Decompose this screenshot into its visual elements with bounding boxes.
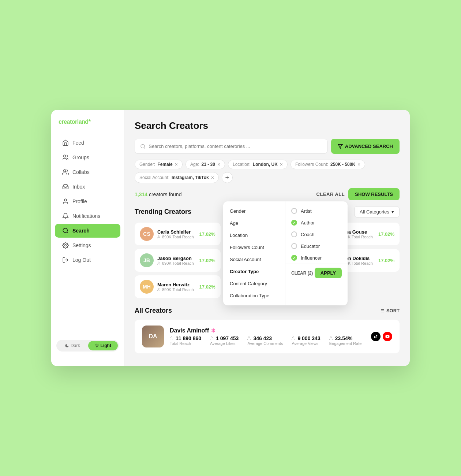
- svg-point-3: [63, 228, 67, 233]
- inbox-icon: [62, 183, 69, 190]
- search-input[interactable]: [149, 139, 322, 153]
- sidebar-item-feed-label: Feed: [72, 140, 84, 146]
- filter-menu-content-category[interactable]: Content Category: [223, 278, 285, 290]
- sidebar-item-logout-label: Log Out: [72, 257, 91, 263]
- sidebar-item-search-label: Search: [72, 228, 90, 234]
- social-platforms: [371, 332, 392, 341]
- clear-selection-button[interactable]: CLEAR (2): [291, 271, 313, 276]
- svg-point-19: [158, 235, 159, 237]
- clear-all-button[interactable]: CLEAR ALL: [316, 191, 345, 197]
- remove-gender-filter[interactable]: ×: [175, 162, 178, 167]
- stat-total-reach: 11 890 860 Total Reach: [170, 335, 201, 346]
- remove-followers-filter[interactable]: ×: [357, 162, 360, 167]
- filter-menu-age[interactable]: Age: [223, 217, 285, 229]
- svg-point-36: [293, 337, 294, 338]
- theme-switcher: Dark Light: [51, 334, 124, 357]
- svg-point-16: [141, 144, 145, 148]
- stat-engagement: 23.54% Engagement Rate: [329, 335, 362, 346]
- svg-point-34: [211, 337, 213, 338]
- filter-tag-location: Location: London, UK ×: [228, 160, 288, 169]
- logo: creatorland*: [51, 119, 124, 135]
- sidebar-item-groups[interactable]: Groups: [55, 150, 120, 164]
- tiktok-svg: [374, 334, 378, 339]
- option-educator[interactable]: Educator: [285, 240, 348, 252]
- sidebar-item-collabs[interactable]: Collabs: [55, 165, 120, 179]
- sort-button[interactable]: SORT: [379, 308, 400, 313]
- sidebar-item-inbox[interactable]: Inbox: [55, 180, 120, 194]
- svg-point-37: [330, 337, 331, 338]
- featured-creator-card[interactable]: DA Davis Aminoff ✻ 11 890 860 Total Reac…: [135, 320, 400, 353]
- checkbox-coach: [291, 231, 297, 237]
- sidebar-item-collabs-label: Collabs: [72, 169, 90, 175]
- svg-marker-18: [338, 144, 342, 148]
- filter-menu-list: Gender Age Location Followers Count Soci…: [223, 201, 285, 305]
- trending-title: Trending Creators: [135, 208, 191, 216]
- option-coach[interactable]: Coach: [285, 228, 348, 240]
- svg-point-5: [65, 245, 67, 246]
- filter-icon: [338, 144, 343, 149]
- sidebar: creatorland* Feed Groups Collabs Inbox P…: [51, 110, 124, 366]
- sidebar-item-search[interactable]: Search: [55, 224, 120, 238]
- filter-menu-followers[interactable]: Followers Count: [223, 241, 285, 253]
- filter-menu-gender[interactable]: Gender: [223, 205, 285, 217]
- filter-menu-social[interactable]: Social Account: [223, 253, 285, 265]
- tiktok-platform-icon: [371, 332, 381, 341]
- sidebar-item-profile[interactable]: Profile: [55, 194, 120, 208]
- advanced-search-button[interactable]: ADVANCED SEARCH: [331, 139, 400, 154]
- moon-icon: [65, 343, 69, 348]
- creator-card-jakob[interactable]: JB Jakob Bergson 890K Total Reach 17.02%: [135, 249, 221, 272]
- main-content: Search Creators ADVANCED SEARCH Gender: …: [124, 110, 410, 366]
- option-artist[interactable]: Artist: [285, 205, 348, 217]
- featured-name: Davis Aminoff ✻: [170, 327, 365, 334]
- sidebar-item-notifications[interactable]: Notifications: [55, 209, 120, 223]
- remove-location-filter[interactable]: ×: [280, 162, 283, 167]
- svg-line-10: [95, 344, 96, 345]
- creator-card-carla[interactable]: CS Carla Schleifer 890K Total Reach 17.0…: [135, 223, 221, 245]
- creator-card-maren[interactable]: MH Maren Herwitz 890K Total Reach 17.02%: [135, 275, 221, 298]
- dark-mode-button[interactable]: Dark: [57, 341, 87, 350]
- remove-age-filter[interactable]: ×: [217, 162, 220, 167]
- sidebar-item-inbox-label: Inbox: [72, 184, 85, 190]
- option-author[interactable]: Author: [285, 217, 348, 228]
- sidebar-item-logout[interactable]: Log Out: [55, 253, 120, 267]
- filter-menu-location[interactable]: Location: [223, 229, 285, 241]
- filter-menu-collab-type[interactable]: Collaboration Type: [223, 290, 285, 302]
- dropdown-footer: CLEAR (2) APPLY: [285, 264, 348, 283]
- show-results-button[interactable]: SHOW RESULTS: [348, 188, 400, 200]
- avatar-jakob: JB: [140, 253, 154, 267]
- filter-row: Gender: Female × Age: 21 - 30 × Location…: [135, 160, 400, 183]
- logout-icon: [62, 257, 69, 263]
- reach-icon: [157, 261, 161, 265]
- stat-avg-views: 9 000 343 Average Views: [292, 335, 320, 346]
- add-filter-button[interactable]: +: [222, 172, 233, 183]
- svg-line-15: [98, 344, 98, 345]
- search-input-wrap: [135, 139, 327, 154]
- categories-dropdown[interactable]: All Categories ▾: [354, 206, 400, 217]
- creator-type-dropdown: Gender Age Location Followers Count Soci…: [223, 201, 348, 305]
- reach-stat-icon: [170, 336, 174, 341]
- svg-point-33: [171, 337, 172, 338]
- collabs-icon: [62, 169, 69, 175]
- likes-icon: [210, 336, 214, 341]
- engagement-icon: [329, 336, 334, 341]
- remove-social-filter[interactable]: ×: [211, 175, 214, 180]
- app-window: creatorland* Feed Groups Collabs Inbox P…: [51, 110, 410, 366]
- groups-icon: [62, 154, 69, 161]
- svg-point-1: [64, 170, 66, 172]
- creator-type-options: Artist Author Coach Educator Influencer: [285, 201, 348, 305]
- light-mode-button[interactable]: Light: [88, 341, 118, 350]
- views-icon: [292, 336, 296, 341]
- svg-point-22: [158, 262, 159, 263]
- comments-icon: [247, 336, 252, 341]
- apply-filter-button[interactable]: APPLY: [315, 268, 342, 278]
- stat-avg-likes: 1 097 453 Average Likes: [210, 335, 239, 346]
- svg-point-2: [64, 199, 67, 201]
- results-row: 1,314 creators found CLEAR ALL SHOW RESU…: [135, 188, 400, 200]
- svg-line-17: [144, 147, 145, 148]
- option-influencer[interactable]: Influencer: [285, 252, 348, 264]
- reach-icon: [157, 235, 161, 239]
- sidebar-item-settings[interactable]: Settings: [55, 238, 120, 252]
- checkbox-influencer: [291, 255, 297, 261]
- filter-menu-creator-type[interactable]: Creator Type: [223, 265, 285, 278]
- sidebar-item-feed[interactable]: Feed: [55, 136, 120, 150]
